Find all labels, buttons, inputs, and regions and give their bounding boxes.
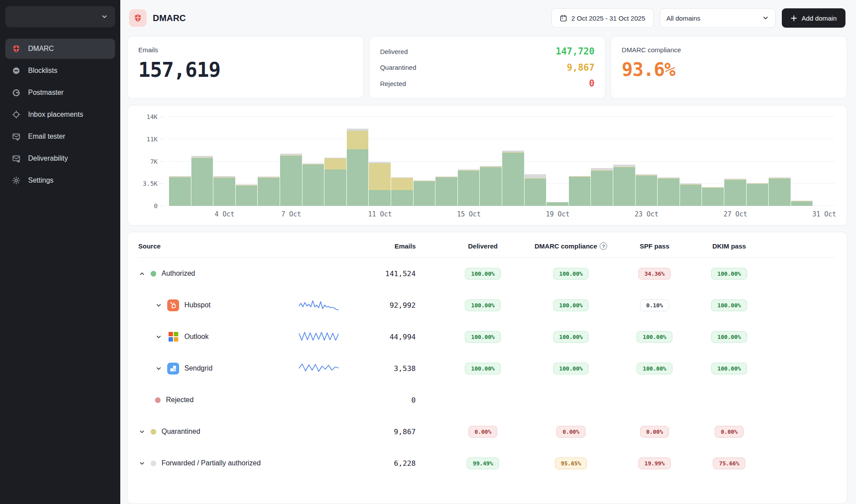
bar-segment-quarantined-27-Oct[interactable] <box>724 180 746 180</box>
bar-segment-quarantined-7-Oct[interactable] <box>280 155 302 156</box>
bar-segment-delivered-7-Oct[interactable] <box>280 156 302 206</box>
bar-segment-delivered-30-Oct[interactable] <box>791 201 813 206</box>
bar-segment-forwarded-11-Oct[interactable] <box>369 162 391 163</box>
chart-plot-area[interactable] <box>169 117 835 206</box>
bar-segment-forwarded-27-Oct[interactable] <box>724 179 746 180</box>
bar-segment-delivered-23-Oct[interactable] <box>636 175 658 206</box>
bar-segment-quarantined-3-Oct[interactable] <box>191 158 213 158</box>
bar-segment-quarantined-24-Oct[interactable] <box>658 178 680 179</box>
bar-segment-quarantined-8-Oct[interactable] <box>302 164 324 165</box>
bar-segment-delivered-25-Oct[interactable] <box>680 184 702 206</box>
sidebar-item-settings[interactable]: Settings <box>5 170 115 191</box>
bar-segment-forwarded-6-Oct[interactable] <box>258 176 280 177</box>
bar-segment-forwarded-13-Oct[interactable] <box>414 180 435 181</box>
chevron-up-icon[interactable] <box>138 270 145 277</box>
bar-segment-delivered-15-Oct[interactable] <box>458 171 480 206</box>
bar-segment-quarantined-11-Oct[interactable] <box>369 163 391 190</box>
bar-segment-delivered-20-Oct[interactable] <box>569 177 591 206</box>
bar-segment-delivered-3-Oct[interactable] <box>191 158 213 206</box>
bar-segment-forwarded-9-Oct[interactable] <box>324 158 346 159</box>
bar-segment-quarantined-4-Oct[interactable] <box>213 177 235 178</box>
bar-segment-quarantined-10-Oct[interactable] <box>347 131 369 149</box>
bar-segment-forwarded-18-Oct[interactable] <box>525 174 547 178</box>
bar-segment-forwarded-15-Oct[interactable] <box>458 169 480 170</box>
add-domain-button[interactable]: Add domain <box>782 8 845 28</box>
bar-segment-delivered-22-Oct[interactable] <box>613 167 635 206</box>
chevron-down-icon[interactable] <box>155 333 162 340</box>
bar-segment-quarantined-20-Oct[interactable] <box>569 176 591 177</box>
sidebar-item-inbox-placements[interactable]: Inbox placements <box>5 104 115 125</box>
bar-segment-forwarded-22-Oct[interactable] <box>613 165 635 167</box>
bar-segment-delivered-27-Oct[interactable] <box>724 180 746 206</box>
bar-segment-quarantined-9-Oct[interactable] <box>324 158 346 169</box>
domain-filter-select[interactable]: All domains <box>660 8 776 28</box>
bar-segment-delivered-29-Oct[interactable] <box>769 179 791 206</box>
bar-segment-quarantined-13-Oct[interactable] <box>414 181 435 181</box>
bar-segment-forwarded-21-Oct[interactable] <box>591 168 613 170</box>
bar-segment-forwarded-19-Oct[interactable] <box>547 202 568 202</box>
bar-segment-forwarded-7-Oct[interactable] <box>280 154 302 155</box>
bar-segment-quarantined-18-Oct[interactable] <box>525 178 547 179</box>
bar-segment-delivered-19-Oct[interactable] <box>547 202 568 206</box>
bar-segment-forwarded-16-Oct[interactable] <box>480 166 502 167</box>
bar-segment-forwarded-24-Oct[interactable] <box>658 177 680 178</box>
bar-segment-delivered-6-Oct[interactable] <box>258 178 280 206</box>
bar-segment-delivered-4-Oct[interactable] <box>213 178 235 206</box>
workspace-dropdown[interactable] <box>5 6 115 27</box>
bar-segment-quarantined-22-Oct[interactable] <box>613 167 635 167</box>
bar-segment-quarantined-23-Oct[interactable] <box>636 175 658 176</box>
chevron-down-icon[interactable] <box>155 302 162 309</box>
bar-segment-forwarded-2-Oct[interactable] <box>169 176 191 177</box>
bar-segment-delivered-18-Oct[interactable] <box>525 179 547 206</box>
bar-segment-forwarded-8-Oct[interactable] <box>302 163 324 164</box>
help-icon[interactable]: ? <box>600 242 607 250</box>
bar-segment-quarantined-2-Oct[interactable] <box>169 177 191 177</box>
chevron-down-icon[interactable] <box>138 460 145 467</box>
bar-segment-forwarded-25-Oct[interactable] <box>680 184 702 184</box>
bar-segment-quarantined-21-Oct[interactable] <box>591 170 613 171</box>
bar-segment-quarantined-12-Oct[interactable] <box>391 178 413 190</box>
bar-segment-delivered-24-Oct[interactable] <box>658 179 680 206</box>
bar-segment-quarantined-29-Oct[interactable] <box>769 178 791 179</box>
bar-segment-forwarded-23-Oct[interactable] <box>636 174 658 175</box>
bar-segment-delivered-13-Oct[interactable] <box>414 181 435 206</box>
bar-segment-delivered-10-Oct[interactable] <box>347 149 369 206</box>
bar-segment-delivered-8-Oct[interactable] <box>302 165 324 206</box>
bar-segment-delivered-12-Oct[interactable] <box>391 190 413 206</box>
bar-segment-quarantined-25-Oct[interactable] <box>680 184 702 185</box>
bar-segment-forwarded-5-Oct[interactable] <box>236 184 258 185</box>
bar-segment-quarantined-16-Oct[interactable] <box>480 167 502 167</box>
sidebar-item-blocklists[interactable]: Blocklists <box>5 61 115 81</box>
chevron-down-icon[interactable] <box>155 365 162 372</box>
chevron-down-icon[interactable] <box>138 428 145 435</box>
bar-segment-delivered-28-Oct[interactable] <box>747 184 769 206</box>
bar-segment-delivered-26-Oct[interactable] <box>702 187 724 206</box>
bar-segment-delivered-16-Oct[interactable] <box>480 167 502 206</box>
bar-segment-forwarded-28-Oct[interactable] <box>747 183 769 184</box>
bar-segment-quarantined-5-Oct[interactable] <box>236 185 258 186</box>
bar-segment-quarantined-14-Oct[interactable] <box>435 177 457 177</box>
bar-segment-delivered-2-Oct[interactable] <box>169 177 191 206</box>
bar-segment-forwarded-10-Oct[interactable] <box>347 129 369 131</box>
bar-segment-quarantined-6-Oct[interactable] <box>258 177 280 178</box>
bar-segment-delivered-9-Oct[interactable] <box>324 169 346 206</box>
bar-segment-forwarded-17-Oct[interactable] <box>502 151 524 152</box>
bar-segment-quarantined-15-Oct[interactable] <box>458 170 480 171</box>
bar-segment-forwarded-12-Oct[interactable] <box>391 177 413 178</box>
bar-segment-forwarded-3-Oct[interactable] <box>191 156 213 158</box>
bar-segment-forwarded-30-Oct[interactable] <box>791 201 813 201</box>
sidebar-item-email-tester[interactable]: Email tester <box>5 126 115 147</box>
bar-segment-forwarded-26-Oct[interactable] <box>702 187 724 187</box>
bar-segment-forwarded-20-Oct[interactable] <box>569 176 591 176</box>
bar-segment-delivered-21-Oct[interactable] <box>591 171 613 206</box>
bar-segment-forwarded-14-Oct[interactable] <box>435 176 457 177</box>
bar-segment-forwarded-4-Oct[interactable] <box>213 176 235 177</box>
bar-segment-delivered-14-Oct[interactable] <box>435 177 457 206</box>
bar-segment-quarantined-17-Oct[interactable] <box>502 152 524 153</box>
bar-segment-delivered-5-Oct[interactable] <box>236 186 258 206</box>
sidebar-item-deliverability[interactable]: Deliverability <box>5 148 115 169</box>
bar-segment-forwarded-29-Oct[interactable] <box>769 177 791 178</box>
bar-segment-delivered-17-Oct[interactable] <box>502 152 524 206</box>
date-range-picker[interactable]: 2 Oct 2025 - 31 Oct 2025 <box>551 8 654 28</box>
bar-segment-delivered-11-Oct[interactable] <box>369 190 391 206</box>
